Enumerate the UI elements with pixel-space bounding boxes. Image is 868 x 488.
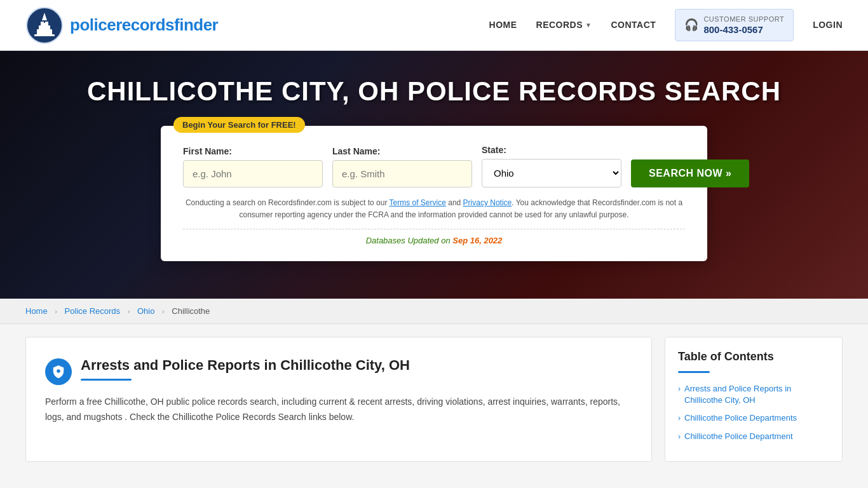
chevron-down-icon: ▼	[585, 22, 592, 29]
chevron-right-icon: ›	[678, 432, 681, 441]
article-header: Arrests and Police Reports in Chillicoth…	[45, 356, 632, 385]
search-button[interactable]: SEARCH NOW »	[631, 159, 749, 187]
nav-contact[interactable]: CONTACT	[611, 20, 656, 30]
search-fields: First Name: Last Name: State: AlabamaAla…	[183, 145, 685, 187]
terms-link[interactable]: Terms of Service	[390, 198, 446, 207]
login-button[interactable]: LOGIN	[813, 20, 843, 30]
chevron-right-icon: ›	[678, 384, 681, 393]
support-label: CUSTOMER SUPPORT	[703, 15, 784, 24]
first-name-field-group: First Name:	[183, 146, 323, 187]
toc-link[interactable]: Arrests and Police Reports in Chillicoth…	[684, 383, 829, 406]
article-body: Perform a free Chillicothe, OH public po…	[45, 395, 632, 425]
breadcrumb-police-records[interactable]: Police Records	[65, 306, 120, 316]
breadcrumb-sep-2: ›	[128, 308, 130, 315]
state-field-group: State: AlabamaAlaskaArizonaArkansasCalif…	[482, 145, 621, 187]
nav-records[interactable]: RECORDS ▼	[536, 20, 592, 30]
support-phone: 800-433-0567	[703, 24, 784, 36]
svg-point-7	[57, 369, 60, 373]
chevron-right-icon: ›	[678, 414, 681, 423]
db-updated: Databases Updated on Sep 16, 2022	[183, 229, 685, 245]
search-box: Begin Your Search for FREE! First Name: …	[161, 126, 707, 261]
last-name-field-group: Last Name:	[332, 146, 472, 187]
main-nav: HOME RECORDS ▼ CONTACT 🎧 CUSTOMER SUPPOR…	[489, 9, 843, 42]
nav-home[interactable]: HOME	[489, 20, 517, 30]
article-title-underline	[81, 379, 132, 381]
logo[interactable]: policerecordsfinder	[25, 6, 218, 44]
headset-icon: 🎧	[684, 18, 698, 32]
breadcrumb-sep-1: ›	[55, 308, 57, 315]
breadcrumb-current: Chillicothe	[172, 306, 210, 316]
breadcrumb-ohio[interactable]: Ohio	[137, 306, 154, 316]
first-name-input[interactable]	[183, 160, 323, 187]
toc-link[interactable]: Chillicothe Police Departments	[684, 412, 797, 424]
logo-icon	[25, 6, 64, 44]
state-select[interactable]: AlabamaAlaskaArizonaArkansasCaliforniaCo…	[482, 159, 621, 187]
toc-link[interactable]: Chillicothe Police Department	[684, 431, 793, 442]
badge-icon	[51, 365, 65, 379]
first-name-label: First Name:	[183, 146, 323, 156]
toc-title: Table of Contents	[678, 350, 829, 363]
toc-item: › Chillicothe Police Department	[678, 431, 829, 442]
last-name-input[interactable]	[332, 160, 472, 187]
customer-support-button[interactable]: 🎧 CUSTOMER SUPPORT 800-433-0567	[675, 9, 794, 42]
free-badge: Begin Your Search for FREE!	[173, 117, 305, 133]
article-section: Arrests and Police Reports in Chillicoth…	[25, 337, 652, 462]
disclaimer-text: Conducting a search on Recordsfinder.com…	[183, 197, 685, 221]
toc-item: › Arrests and Police Reports in Chillico…	[678, 383, 829, 406]
breadcrumb-home[interactable]: Home	[25, 306, 48, 316]
toc-item: › Chillicothe Police Departments	[678, 412, 829, 424]
breadcrumb: Home › Police Records › Ohio › Chillicot…	[0, 299, 868, 324]
toc-underline	[678, 371, 710, 373]
site-header: policerecordsfinder HOME RECORDS ▼ CONTA…	[0, 0, 868, 51]
article-icon	[45, 358, 72, 385]
support-text-area: CUSTOMER SUPPORT 800-433-0567	[703, 15, 784, 36]
hero-section: CHILLICOTHE CITY, OH POLICE RECORDS SEAR…	[0, 51, 868, 299]
article-title-area: Arrests and Police Reports in Chillicoth…	[81, 356, 410, 381]
state-label: State:	[482, 145, 621, 155]
svg-rect-6	[44, 20, 45, 23]
main-content: Arrests and Police Reports in Chillicoth…	[0, 324, 868, 475]
breadcrumb-sep-3: ›	[162, 308, 165, 315]
last-name-label: Last Name:	[332, 146, 472, 156]
article-title: Arrests and Police Reports in Chillicoth…	[81, 356, 410, 375]
privacy-link[interactable]: Privacy Notice	[463, 198, 512, 207]
svg-rect-5	[34, 34, 55, 36]
logo-text: policerecordsfinder	[70, 15, 218, 35]
hero-title: CHILLICOTHE CITY, OH POLICE RECORDS SEAR…	[87, 76, 781, 107]
toc-section: Table of Contents › Arrests and Police R…	[665, 337, 843, 462]
toc-list: › Arrests and Police Reports in Chillico…	[678, 383, 829, 442]
